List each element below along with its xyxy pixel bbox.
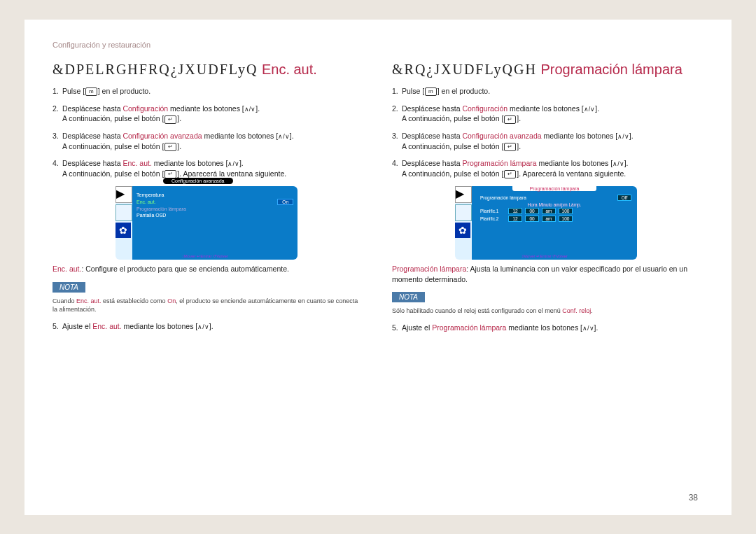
right-step-5: Ajuste el Programación lámpara mediante … — [392, 323, 704, 333]
osd-row-encaut: Enc. aut.On — [132, 198, 298, 206]
osd-legend: ↕Mover ↵Entrar ↺Volver — [522, 253, 568, 258]
osd-main-panel: Configuración avanzada Temperatura Enc. … — [132, 186, 298, 260]
left-osd-screenshot: ▶ ✿ Configuración avanzada Temperatura E… — [115, 186, 298, 260]
enter-icon: ↵ — [504, 115, 516, 124]
osd-row-plan2: Planific.2 12 00 am 100 — [472, 215, 637, 223]
nota-badge: NOTA — [52, 282, 85, 293]
osd-sidebar-icon-1: ▶ — [115, 186, 132, 203]
page-number: 38 — [689, 493, 698, 503]
heading-accent: Programación lámpara — [540, 62, 682, 77]
osd-legend: ↕Mover ↵Entrar ↺Volver — [182, 253, 228, 258]
left-step-4: Desplácese hasta Enc. aut. mediante los … — [52, 158, 364, 178]
right-description: Programación lámpara: Ajusta la luminanc… — [392, 264, 704, 284]
left-steps-5: Ajuste el Enc. aut. mediante los botones… — [52, 321, 364, 332]
enter-icon: ↵ — [504, 170, 516, 178]
osd-col-headers: Hora Minuto am/pm Lámp. — [472, 202, 637, 207]
right-nota-text: Sólo habilitado cuando el reloj está con… — [392, 307, 704, 316]
right-step-1: Pulse [m] en el producto. — [392, 86, 704, 97]
left-steps-1-4: Pulse [m] en el producto. Desplácese has… — [52, 86, 364, 179]
gear-icon: ✿ — [115, 223, 131, 238]
enter-icon: ↵ — [504, 143, 516, 151]
osd-main-panel: Programación lámpara Programación lámpar… — [472, 186, 637, 260]
osd-sidebar-icon-2 — [455, 204, 472, 221]
nota-badge: NOTA — [392, 292, 425, 302]
section-header: Configuración y restauración — [52, 41, 704, 49]
heading-garbled: &RQ¿JXUDFLyQGH — [392, 62, 537, 77]
document-page: Configuración y restauración &DPELRGHFRQ… — [24, 20, 732, 515]
left-step-2: Desplácese hasta Configuración mediante … — [52, 104, 364, 124]
enter-icon: ↵ — [164, 115, 176, 124]
right-step-4: Desplácese hasta Programación lámpara me… — [392, 158, 704, 178]
updown-icon: ∧/∨ — [617, 132, 629, 141]
osd-row-top: Programación lámpara Off — [472, 194, 637, 202]
right-step-3: Desplácese hasta Configuración avanzada … — [392, 131, 704, 151]
right-heading: &RQ¿JXUDFLyQGH Programación lámpara — [392, 62, 704, 78]
osd-row-temp: Temperatura — [132, 192, 298, 198]
left-step-1: Pulse [m] en el producto. — [52, 86, 364, 97]
right-step-2: Desplácese hasta Configuración mediante … — [392, 104, 704, 124]
heading-accent: Enc. aut. — [262, 62, 317, 77]
right-osd-screenshot: ▶ ✿ Programación lámpara Programación lá… — [455, 186, 637, 260]
updown-icon: ∧/∨ — [227, 160, 239, 169]
updown-icon: ∧/∨ — [197, 323, 209, 332]
updown-icon: ∧/∨ — [582, 324, 594, 333]
osd-sidebar-icon-1: ▶ — [455, 186, 472, 203]
osd-row-pantalla: Pantalla OSD — [132, 212, 298, 218]
updown-icon: ∧/∨ — [612, 160, 624, 169]
osd-row-plan1: Planific.1 12 00 am 100 — [472, 207, 637, 215]
left-step-5: Ajuste el Enc. aut. mediante los botones… — [52, 321, 364, 332]
menu-icon: m — [85, 87, 97, 96]
osd-tab: Programación lámpara — [512, 186, 596, 191]
osd-tab: Configuración avanzada — [163, 178, 233, 184]
two-column-layout: &DPELRGHFRQ¿JXUDFLyQ Enc. aut. Pulse [m]… — [52, 62, 704, 339]
left-heading: &DPELRGHFRQ¿JXUDFLyQ Enc. aut. — [52, 62, 364, 78]
gear-icon: ✿ — [455, 223, 470, 238]
left-nota-text: Cuando Enc. aut. está establecido como O… — [52, 297, 364, 314]
osd-row-prog: Programación lámpara — [132, 206, 298, 212]
right-steps-5: Ajuste el Programación lámpara mediante … — [392, 323, 704, 333]
updown-icon: ∧/∨ — [584, 105, 596, 114]
right-column: &RQ¿JXUDFLyQGH Programación lámpara Puls… — [392, 62, 704, 339]
left-description: Enc. aut.: Configure el producto para qu… — [52, 264, 364, 274]
enter-icon: ↵ — [164, 143, 176, 151]
updown-icon: ∧/∨ — [278, 132, 290, 141]
left-column: &DPELRGHFRQ¿JXUDFLyQ Enc. aut. Pulse [m]… — [52, 62, 364, 339]
right-steps-1-4: Pulse [m] en el producto. Desplácese has… — [392, 86, 704, 179]
left-step-3: Desplácese hasta Configuración avanzada … — [52, 131, 364, 151]
menu-icon: m — [425, 87, 437, 96]
osd-sidebar-icon-2 — [115, 204, 132, 221]
heading-garbled: &DPELRGHFRQ¿JXUDFLyQ — [52, 62, 258, 77]
updown-icon: ∧/∨ — [244, 105, 256, 114]
